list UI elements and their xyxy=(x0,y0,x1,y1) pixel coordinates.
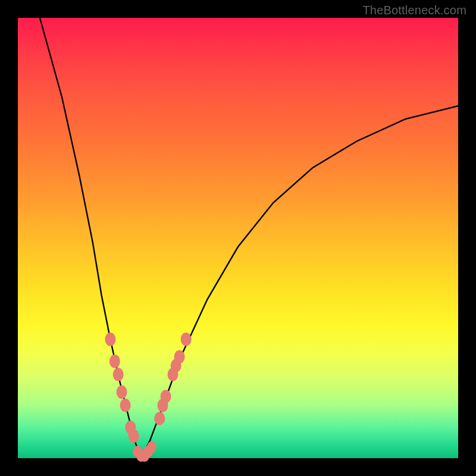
curve-marker xyxy=(109,355,120,368)
plot-area xyxy=(18,18,458,458)
curve-marker xyxy=(120,399,131,412)
curve-marker xyxy=(181,333,192,346)
curve-svg xyxy=(18,18,458,458)
chart-stage: TheBottleneck.com xyxy=(0,0,476,476)
curve-marker xyxy=(174,350,185,364)
curve-marker xyxy=(113,368,124,381)
curve-marker xyxy=(154,412,165,425)
v-curve-path xyxy=(40,18,458,458)
curve-marker xyxy=(129,430,139,443)
curve-marker xyxy=(117,386,127,399)
curve-marker xyxy=(105,333,115,346)
curve-marker xyxy=(147,441,156,453)
watermark-label: TheBottleneck.com xyxy=(362,4,466,17)
curve-marker xyxy=(161,390,171,403)
